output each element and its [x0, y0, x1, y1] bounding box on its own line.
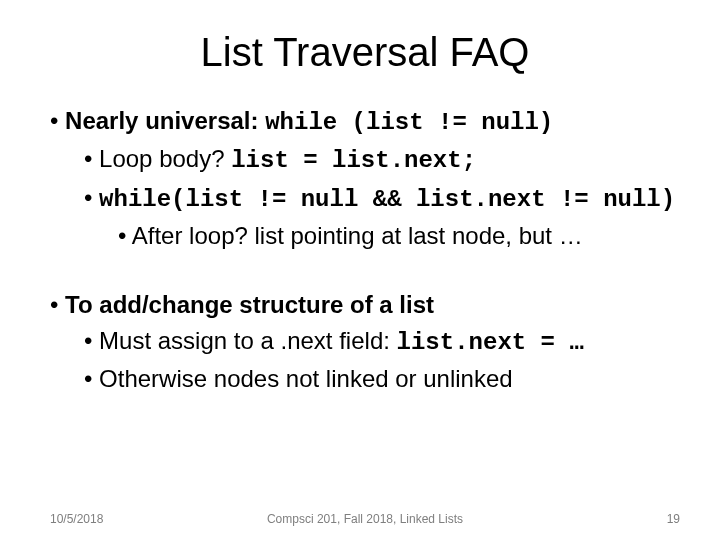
- text-otherwise: Otherwise nodes not linked or unlinked: [99, 365, 513, 392]
- slide: List Traversal FAQ Nearly universal: whi…: [0, 0, 720, 540]
- text-loop-body: Loop body?: [99, 145, 231, 172]
- bullet-after-loop: After loop? list pointing at last node, …: [118, 220, 680, 252]
- slide-title: List Traversal FAQ: [50, 30, 680, 75]
- bullet-while-and: while(list != null && list.next != null): [84, 182, 680, 216]
- bullet-block-2: To add/change structure of a list Must a…: [50, 289, 680, 396]
- footer-center: Compsci 201, Fall 2018, Linked Lists: [50, 512, 680, 526]
- footer: 10/5/2018 Compsci 201, Fall 2018, Linked…: [50, 512, 680, 526]
- bullet-must-assign: Must assign to a .next field: list.next …: [84, 325, 680, 359]
- footer-page: 19: [667, 512, 680, 526]
- bullet-block-1: Nearly universal: while (list != null) L…: [50, 105, 680, 253]
- code-while-and: while(list != null && list.next != null): [99, 186, 675, 213]
- text-must-assign: Must assign to a .next field:: [99, 327, 396, 354]
- code-list-next-assign: list.next = …: [397, 329, 584, 356]
- bullet-add-change: To add/change structure of a list: [50, 289, 680, 321]
- footer-date: 10/5/2018: [50, 512, 103, 526]
- bullet-loop-body: Loop body? list = list.next;: [84, 143, 680, 177]
- bullet-otherwise: Otherwise nodes not linked or unlinked: [84, 363, 680, 395]
- text-nearly-universal: Nearly universal:: [65, 107, 265, 134]
- bullet-nearly-universal: Nearly universal: while (list != null): [50, 105, 680, 139]
- text-after-loop: After loop? list pointing at last node, …: [132, 222, 583, 249]
- code-while-not-null: while (list != null): [265, 109, 553, 136]
- code-list-next: list = list.next;: [231, 147, 476, 174]
- text-add-change: To add/change structure of a list: [65, 291, 434, 318]
